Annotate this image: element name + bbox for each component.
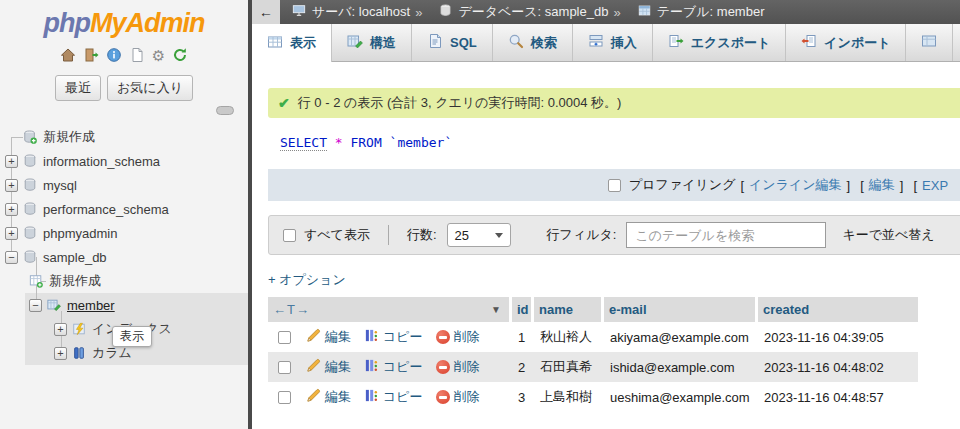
database-tree: 新規作成 + information_schema + mysql + xyxy=(0,125,248,365)
sort-desc-icon[interactable]: ▼ xyxy=(491,304,501,315)
tab-partial[interactable] xyxy=(906,24,953,61)
edit-row-link[interactable]: 編集 xyxy=(325,358,351,376)
collapse-icon[interactable]: − xyxy=(5,251,18,264)
sidebar-nav-buttons: 最近 お気に入り xyxy=(0,75,248,101)
privileges-icon xyxy=(921,33,937,52)
tree-item-new-table[interactable]: 新規作成 xyxy=(0,269,248,293)
table-icon xyxy=(638,4,651,20)
delete-row-link[interactable]: 削除 xyxy=(454,388,480,406)
expand-icon[interactable]: + xyxy=(54,323,67,336)
tree-item-performance-schema[interactable]: + performance_schema xyxy=(0,197,248,221)
database-icon xyxy=(439,4,452,20)
collapse-icon[interactable]: − xyxy=(29,299,42,312)
delete-row-link[interactable]: 削除 xyxy=(454,358,480,376)
tree-item-label: phpmyadmin xyxy=(43,226,117,241)
database-icon xyxy=(23,178,37,192)
row-checkbox[interactable] xyxy=(278,331,291,344)
edit-row-link[interactable]: 編集 xyxy=(325,328,351,346)
tab-label: 挿入 xyxy=(611,34,637,52)
favorites-button[interactable]: お気に入り xyxy=(107,75,193,101)
insert-icon xyxy=(588,33,604,52)
tree-item-label: 新規作成 xyxy=(43,128,95,146)
table-filter-input[interactable] xyxy=(626,222,826,248)
recent-button[interactable]: 最近 xyxy=(55,75,101,101)
phpmyadmin-logo[interactable]: phpMyAdmin xyxy=(0,8,248,39)
tab-export[interactable]: エクスポート xyxy=(653,24,787,61)
expand-icon[interactable]: + xyxy=(5,227,18,240)
database-icon xyxy=(23,154,37,168)
tree-item-sample-db[interactable]: − sample_db xyxy=(0,245,248,269)
row-checkbox[interactable] xyxy=(278,361,291,374)
expand-icon[interactable]: + xyxy=(54,347,67,360)
table-tabs: 表示 構造 SQL 検索 xyxy=(252,24,960,62)
edit-link[interactable]: 編集 xyxy=(869,176,895,194)
show-all-label: すべて表示 xyxy=(304,226,370,244)
actions-header: ←T→ ▼ xyxy=(268,297,512,322)
breadcrumb-server[interactable]: サーバ: localhost xyxy=(292,3,410,21)
breadcrumb-database[interactable]: データベース: sample_db xyxy=(439,3,608,21)
sort-by-key-label: キーで並べ替え xyxy=(842,226,934,244)
bracket: ] xyxy=(847,178,851,193)
cell-name: 秋山裕人 xyxy=(534,328,604,346)
navigation-sidebar: phpMyAdmin ⚙ 最近 お気に入り xyxy=(0,0,248,429)
copy-row-link[interactable]: コピー xyxy=(383,388,423,406)
cell-email: ishida@example.com xyxy=(604,360,758,375)
rows-per-page-select[interactable]: 25 xyxy=(447,223,511,247)
filter-label: 行フィルタ: xyxy=(547,226,617,244)
back-button[interactable]: ← xyxy=(252,0,280,24)
column-header-name[interactable]: name xyxy=(534,297,604,322)
tree-item-information-schema[interactable]: + information_schema xyxy=(0,149,248,173)
delete-row-link[interactable]: 削除 xyxy=(454,328,480,346)
home-icon[interactable] xyxy=(60,47,76,66)
table-header-row: ←T→ ▼ id name e-mail created xyxy=(268,297,918,322)
profiling-checkbox[interactable] xyxy=(608,179,621,192)
structure-icon xyxy=(347,33,363,52)
document-icon[interactable] xyxy=(129,47,145,66)
expand-icon[interactable]: + xyxy=(5,179,18,192)
tree-item-member[interactable]: − member xyxy=(0,293,248,317)
tree-item-phpmyadmin[interactable]: + phpmyadmin xyxy=(0,221,248,245)
transpose-icon[interactable]: ←T→ xyxy=(273,302,310,317)
copy-row-link[interactable]: コピー xyxy=(383,328,423,346)
panel-resize-handle[interactable] xyxy=(216,106,234,115)
refresh-icon[interactable] xyxy=(172,47,188,66)
explain-link[interactable]: EXP xyxy=(922,178,948,193)
tab-import[interactable]: インポート xyxy=(786,24,906,61)
columns-icon xyxy=(72,346,86,360)
tree-item-mysql[interactable]: + mysql xyxy=(0,173,248,197)
delete-icon xyxy=(436,330,450,344)
cell-id: 1 xyxy=(512,330,534,345)
tab-label: エクスポート xyxy=(691,34,771,52)
table-icon xyxy=(47,298,61,312)
expand-icon[interactable]: + xyxy=(5,155,18,168)
info-icon[interactable] xyxy=(106,47,122,66)
tab-sql[interactable]: SQL xyxy=(412,24,493,61)
gear-icon[interactable]: ⚙ xyxy=(152,48,165,64)
edit-row-link[interactable]: 編集 xyxy=(325,388,351,406)
expand-icon[interactable]: + xyxy=(5,203,18,216)
rows-per-page-value: 25 xyxy=(455,228,469,243)
logout-icon[interactable] xyxy=(83,47,99,66)
copy-row-link[interactable]: コピー xyxy=(383,358,423,376)
column-header-email[interactable]: e-mail xyxy=(604,297,758,322)
tab-browse[interactable]: 表示 xyxy=(252,24,332,62)
breadcrumb-table[interactable]: テーブル: member xyxy=(638,3,765,21)
column-header-id[interactable]: id xyxy=(512,297,534,322)
logo-php: php xyxy=(44,8,90,38)
column-header-created[interactable]: created xyxy=(758,297,918,322)
show-all-checkbox[interactable] xyxy=(283,229,296,242)
rows-label: 行数: xyxy=(407,226,437,244)
options-toggle[interactable]: + オプション xyxy=(268,271,346,289)
copy-icon xyxy=(364,328,379,346)
tree-item-new-database[interactable]: 新規作成 xyxy=(0,125,248,149)
profiling-label: プロファイリング xyxy=(629,176,735,194)
tab-search[interactable]: 検索 xyxy=(493,24,573,61)
inline-edit-link[interactable]: インライン編集 xyxy=(749,176,842,194)
tab-structure[interactable]: 構造 xyxy=(332,24,412,61)
row-checkbox[interactable] xyxy=(278,391,291,404)
cell-id: 3 xyxy=(512,390,534,405)
tab-label: 検索 xyxy=(531,34,557,52)
tab-insert[interactable]: 挿入 xyxy=(573,24,653,61)
tab-label: 表示 xyxy=(290,34,316,52)
copy-icon xyxy=(364,358,379,376)
